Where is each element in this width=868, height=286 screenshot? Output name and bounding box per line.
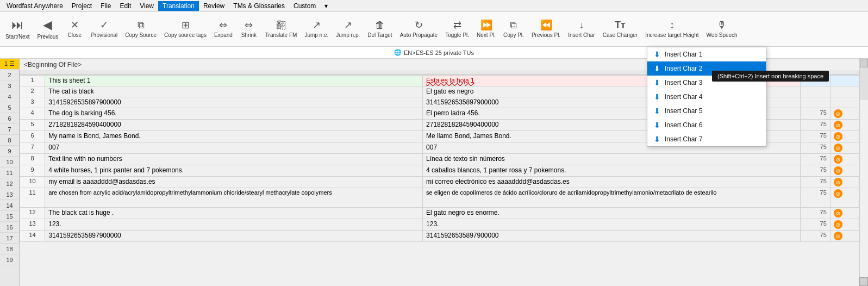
action-icon[interactable]: ⊘ [834, 178, 842, 186]
source-cell[interactable]: Text line with no numbers [45, 154, 423, 165]
menu-more[interactable]: ▾ [320, 1, 332, 11]
menu-review[interactable]: Review [199, 1, 229, 11]
action-cell[interactable]: ⊘ [830, 208, 859, 219]
action-icon[interactable]: ⊘ [834, 166, 842, 175]
target-cell[interactable]: Línea de texto sin números [423, 154, 801, 165]
insert-char-button[interactable]: ↓ Insert Char [565, 14, 598, 45]
action-icon[interactable]: ⊘ [834, 144, 842, 152]
score-cell [800, 97, 830, 108]
jump-ne-button[interactable]: ↗ Jump n.e. [301, 14, 332, 45]
dropdown-item-insert-char-7[interactable]: ⬇ Insert Char 7 [647, 132, 766, 146]
action-cell[interactable]: ⊘ [830, 231, 859, 242]
menu-file[interactable]: File [96, 1, 115, 11]
previous-pl-button[interactable]: ⏪ Previous Pl. [528, 14, 564, 45]
expand-button[interactable]: ⇔ Expand [211, 14, 236, 45]
action-icon[interactable]: ⊘ [834, 121, 842, 129]
row-id: 6 [20, 131, 45, 142]
web-speech-icon: 🎙 [717, 20, 727, 32]
action-cell[interactable]: ⊘ [830, 219, 859, 231]
action-icon[interactable]: ⊘ [834, 220, 842, 229]
toggle-pl-button[interactable]: ⇄ Toggle Pl. [442, 14, 472, 45]
action-icon[interactable]: ⊘ [834, 132, 842, 141]
target-cell[interactable]: se eligen de copolímeros de ácido acríli… [423, 188, 801, 208]
action-icon[interactable]: ⊘ [834, 209, 842, 217]
action-icon[interactable]: ⊘ [834, 232, 842, 240]
source-cell[interactable]: 4 white horses, 1 pink panter and 7 poke… [45, 165, 423, 177]
action-cell[interactable]: ⊘ [830, 188, 859, 208]
source-cell[interactable]: 31415926535897900000 [45, 231, 423, 242]
target-cell[interactable]: 4 caballos blancos, 1 panter rosa y 7 po… [423, 165, 801, 177]
previous-button[interactable]: ◀ Previous [34, 14, 61, 45]
action-cell[interactable]: ⊘ [830, 131, 859, 142]
source-cell[interactable]: The cat is black [45, 86, 423, 97]
case-changer-button[interactable]: Tт Case Changer [600, 14, 641, 45]
table-row[interactable]: 13 123. 123. 75 ⊘ [20, 219, 859, 231]
jump-np-button[interactable]: ↗ Jump n.p. [333, 14, 363, 45]
menu-view[interactable]: View [135, 1, 158, 11]
menu-custom[interactable]: Custom [289, 1, 320, 11]
increase-target-height-label: Increase target Height [645, 32, 698, 39]
table-row[interactable]: 9 4 white horses, 1 pink panter and 7 po… [20, 165, 859, 177]
target-cell[interactable]: 123. [423, 219, 801, 231]
copy-source-button[interactable]: ⧉ Copy Source [122, 14, 160, 45]
source-cell[interactable]: This is sheet 1 [45, 76, 423, 86]
source-cell[interactable]: are chosen from acrylic acid/acrylamidop… [45, 188, 423, 208]
dropdown-item-insert-char-1[interactable]: ⬇ Insert Char 1 [647, 47, 766, 61]
source-cell[interactable]: 27182818284590400000 [45, 120, 423, 131]
action-cell[interactable]: ⊘ [830, 108, 859, 120]
action-cell[interactable]: ⊘ [830, 154, 859, 165]
action-cell[interactable]: ⊘ [830, 177, 859, 188]
shrink-button[interactable]: ⇔ Shrink [237, 14, 261, 45]
row-number-2: 2 [0, 70, 19, 80]
row-number-16: 16 [0, 222, 19, 233]
dropdown-item-insert-char-4[interactable]: ⬇ Insert Char 4 [647, 90, 766, 104]
close-button[interactable]: ✕ Close [63, 14, 86, 45]
source-cell[interactable]: my email is aaaadddd@asdasdas.es [45, 177, 423, 188]
table-row[interactable]: 10 my email is aaaadddd@asdasdas.es mi c… [20, 177, 859, 188]
action-icon[interactable]: ⊘ [834, 109, 842, 118]
auto-propagate-icon: ↻ [415, 20, 423, 32]
menu-wordfast[interactable]: Wordfast Anywhere [2, 1, 67, 11]
row-number-10: 10 [0, 157, 19, 167]
table-row[interactable]: 8 Text line with no numbers Línea de tex… [20, 154, 859, 165]
copy-pl-icon: ⧉ [510, 20, 517, 32]
source-cell[interactable]: 123. [45, 219, 423, 231]
menu-tms[interactable]: TMs & Glossaries [229, 1, 289, 11]
copy-pl-button[interactable]: ⧉ Copy Pl. [500, 14, 527, 45]
source-cell[interactable]: 31415926535897900000 [45, 97, 423, 108]
web-speech-button[interactable]: 🎙 Web Speech [703, 14, 741, 45]
menu-project[interactable]: Project [67, 1, 96, 11]
menu-edit[interactable]: Edit [116, 1, 136, 11]
next-pl-button[interactable]: ⏩ Next Pl. [473, 14, 499, 45]
target-cell[interactable]: mi correo electrónico es aaaadddd@asdasd… [423, 177, 801, 188]
table-row[interactable]: 14 31415926535897900000 3141592653589790… [20, 231, 859, 242]
copy-source-tags-button[interactable]: ⊞ Copy source tags [161, 14, 210, 45]
source-cell[interactable]: The black cat is huge . [45, 208, 423, 219]
table-row[interactable]: 12 The black cat is huge . El gato negro… [20, 208, 859, 219]
source-cell[interactable]: 007 [45, 142, 423, 154]
dropdown-item-insert-char-6[interactable]: ⬇ Insert Char 6 [647, 118, 766, 132]
source-cell[interactable]: My name is Bond, James Bond. [45, 131, 423, 142]
auto-propagate-button[interactable]: ↻ Auto Propagate [397, 14, 441, 45]
provisional-button[interactable]: ✓ Provisional [88, 14, 121, 45]
target-cell[interactable]: 31415926535897900000 [423, 231, 801, 242]
copy-source-label: Copy Source [125, 32, 157, 39]
score-cell: 75 [800, 219, 830, 231]
action-icon[interactable]: ⊘ [834, 155, 842, 164]
row-id: 3 [20, 97, 45, 108]
source-cell[interactable]: The dog is barking 456. [45, 108, 423, 120]
del-target-button[interactable]: 🗑 Del Target [364, 14, 395, 45]
action-cell[interactable]: ⊘ [830, 165, 859, 177]
dropdown-item-insert-char-5[interactable]: ⬇ Insert Char 5 [647, 104, 766, 118]
action-cell[interactable]: ⊘ [830, 142, 859, 154]
row-number-17: 17 [0, 233, 19, 244]
target-cell[interactable]: El gato negro es enorme. [423, 208, 801, 219]
table-row[interactable]: 11 are chosen from acrylic acid/acrylami… [20, 188, 859, 208]
translate-fm-button[interactable]: 翻 Translate FM [262, 14, 301, 45]
action-cell[interactable]: ⊘ [830, 120, 859, 131]
scrollbar[interactable] [859, 59, 868, 286]
menu-translation[interactable]: Translation [158, 1, 199, 11]
action-icon[interactable]: ⊘ [834, 189, 842, 198]
start-next-button[interactable]: ⏭ Start/Next [2, 14, 33, 45]
increase-target-height-button[interactable]: ↕ Increase target Height [642, 14, 702, 45]
